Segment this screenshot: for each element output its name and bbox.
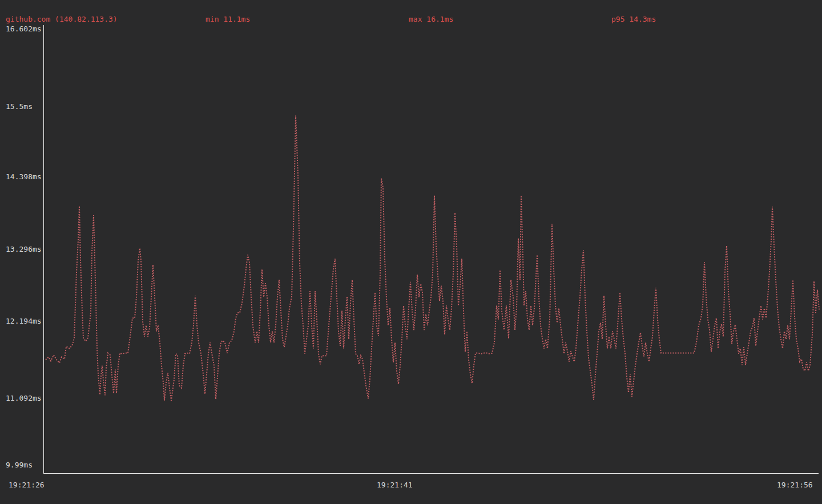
y-axis-tick: 9.99ms: [6, 461, 33, 469]
y-axis-tick: 14.398ms: [6, 172, 42, 181]
latency-chart: [0, 0, 822, 504]
y-axis-tick: 16.602ms: [6, 25, 42, 33]
x-axis-tick: 19:21:56: [777, 481, 813, 489]
latency-series: [46, 116, 819, 401]
y-axis-tick: 12.194ms: [6, 317, 42, 325]
y-axis-line: [43, 25, 44, 474]
y-axis-tick: 13.296ms: [6, 245, 42, 253]
x-axis-tick: 19:21:26: [9, 481, 45, 489]
y-axis-tick: 11.092ms: [6, 394, 42, 402]
y-axis-tick: 15.5ms: [6, 102, 33, 111]
terminal-window: { "colors":{"background":"#2a2a2b","acce…: [0, 0, 822, 504]
x-axis-tick: 19:21:41: [377, 481, 413, 489]
x-axis-line: [43, 473, 819, 474]
